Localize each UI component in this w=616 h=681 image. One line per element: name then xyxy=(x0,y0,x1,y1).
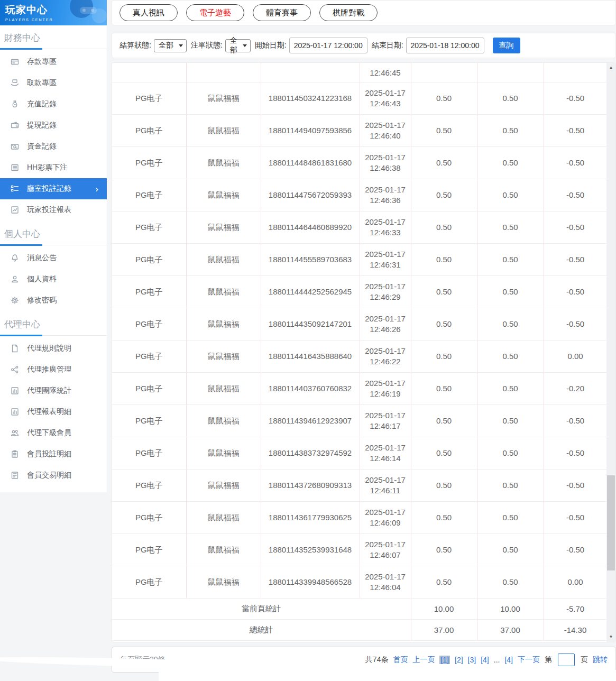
sidebar-item-label: 廳室投註記錄 xyxy=(27,184,71,194)
amount-cell: 0.50 xyxy=(411,340,477,373)
sidebar-item[interactable]: 取款專區 xyxy=(0,72,107,94)
settle-status-value: 全部 xyxy=(159,41,173,50)
bet-time-cell: 2025-01-1712:46:17 xyxy=(360,405,411,437)
provider-cell: PG电子 xyxy=(112,147,186,179)
settle-status-label: 結算狀態: xyxy=(119,41,151,50)
amount-cell: 0.50 xyxy=(477,373,544,405)
amount-cell: 0.50 xyxy=(411,566,477,599)
page-jump-input[interactable] xyxy=(558,654,575,666)
first-page-link[interactable]: 首页 xyxy=(393,655,408,665)
funds-icon xyxy=(11,142,19,151)
amount-cell: -0.50 xyxy=(544,82,607,115)
amount-cell: 0.50 xyxy=(477,437,544,470)
sidebar-item[interactable]: 玩家投注報表 xyxy=(0,199,107,220)
order-number-cell: 1880114503241223168 xyxy=(261,82,360,115)
settle-status-select[interactable]: 全部 xyxy=(154,39,187,52)
game-name-cell: 鼠鼠福福 xyxy=(186,276,261,308)
sidebar-item-label: 充值記錄 xyxy=(27,99,57,109)
prev-page-link[interactable]: 上一页 xyxy=(412,655,435,665)
summary-row: 總統計37.0037.00-14.30 xyxy=(112,620,607,641)
amount-cell: 0.50 xyxy=(411,405,477,437)
bet-time-cell: 2025-01-1712:46:09 xyxy=(360,502,411,534)
jump-prefix-label: 第 xyxy=(545,655,552,665)
wallet-icon xyxy=(11,121,19,130)
table-row: PG电子鼠鼠福福18801144442525629452025-01-1712:… xyxy=(112,276,607,308)
amount-cell: 0.50 xyxy=(477,82,544,115)
cell xyxy=(261,63,360,82)
start-date-input[interactable] xyxy=(289,38,367,53)
amount-cell: -0.50 xyxy=(544,276,607,308)
sidebar-item[interactable]: 個人資料 xyxy=(0,269,107,290)
scroll-down-arrow-icon[interactable]: ▼ xyxy=(606,633,615,641)
tab-button[interactable]: 真人視訊 xyxy=(119,4,178,21)
sidebar-item-label: 資金記錄 xyxy=(27,142,57,151)
game-name-cell: 鼠鼠福福 xyxy=(186,115,261,147)
sidebar-item[interactable]: HH彩票下注 xyxy=(0,157,107,178)
amount-cell: -0.50 xyxy=(544,405,607,437)
sidebar-item[interactable]: 會員交易明細 xyxy=(0,465,107,486)
tab-button[interactable]: 電子遊藝 xyxy=(186,4,244,21)
table-row: PG电子鼠鼠福福18801143726809093132025-01-1712:… xyxy=(112,470,607,502)
vertical-scrollbar[interactable]: ▲ ▼ xyxy=(606,63,615,642)
next-page-link[interactable]: 下一页 xyxy=(518,655,540,665)
sidebar-item[interactable]: 代理報表明細 xyxy=(0,401,107,422)
main-content: 真人視訊電子遊藝體育賽事棋牌對戰 結算狀態: 全部 注單狀態: 全部 開始日期:… xyxy=(112,0,616,673)
bell-icon xyxy=(11,254,19,262)
sidebar-item[interactable]: 資金記錄 xyxy=(0,136,107,157)
order-number-cell: 1880114435092147201 xyxy=(261,308,360,340)
app-logo: 玩家中心 PLAYERS CENTER xyxy=(0,0,107,25)
bet-time-cell: 2025-01-1712:46:07 xyxy=(360,534,411,566)
person-icon xyxy=(11,275,19,283)
scrollbar-thumb[interactable] xyxy=(607,475,615,570)
order-number-cell: 1880114455589703683 xyxy=(261,244,360,276)
search-button[interactable]: 查詢 xyxy=(493,38,520,53)
game-name-cell: 鼠鼠福福 xyxy=(186,566,261,599)
end-date-input[interactable] xyxy=(406,38,484,53)
decor-bottom xyxy=(159,670,616,681)
sidebar-item[interactable]: 會員投註明細 xyxy=(0,444,107,465)
sidebar-item[interactable]: 消息公告 xyxy=(0,247,107,269)
page-link[interactable]: [2] xyxy=(455,656,463,664)
cell xyxy=(544,63,607,82)
provider-cell: PG电子 xyxy=(112,211,186,244)
tab-button[interactable]: 體育賽事 xyxy=(253,4,311,21)
sidebar-item[interactable]: 修改密碼 xyxy=(0,290,107,311)
sidebar-item[interactable]: 充值記錄 xyxy=(0,94,107,115)
order-number-cell: 1880114416435888640 xyxy=(261,340,360,373)
jump-button[interactable]: 跳转 xyxy=(593,655,608,665)
sidebar-item[interactable]: 代理團隊統計 xyxy=(0,380,107,401)
tail-page-link[interactable]: [4] xyxy=(504,656,513,664)
sidebar-item[interactable]: 代理下級會員 xyxy=(0,422,107,444)
amount-cell: 0.50 xyxy=(411,276,477,308)
game-name-cell: 鼠鼠福福 xyxy=(186,211,261,244)
bet-records-list-icon xyxy=(11,185,19,193)
amount-cell: 0.50 xyxy=(411,82,477,115)
order-status-select[interactable]: 全部 xyxy=(225,39,251,52)
sidebar-item-label: 代理下級會員 xyxy=(27,428,71,438)
amount-cell: -0.50 xyxy=(544,534,607,566)
sidebar-item-label: 個人資料 xyxy=(27,274,57,284)
summary-amount-cell: 10.00 xyxy=(477,599,544,620)
start-date-label: 開始日期: xyxy=(255,41,287,50)
table-row-partial: 12:46:45 xyxy=(112,63,607,82)
page-link[interactable]: [4] xyxy=(481,656,489,664)
page-link[interactable]: [3] xyxy=(468,656,476,664)
amount-cell: 0.50 xyxy=(411,244,477,276)
sidebar-item-label: 存款專區 xyxy=(27,57,57,67)
order-number-cell: 1880114464460689920 xyxy=(261,211,360,244)
table-row: PG电子鼠鼠福福18801144555897036832025-01-1712:… xyxy=(112,244,607,276)
order-number-cell: 1880114444252562945 xyxy=(261,276,360,308)
summary-amount-cell: -5.70 xyxy=(544,599,607,620)
table-row: PG电子鼠鼠福福18801143399485665282025-01-1712:… xyxy=(112,566,607,599)
sidebar-item[interactable]: 存款專區 xyxy=(0,51,107,72)
scroll-up-arrow-icon[interactable]: ▲ xyxy=(606,63,615,72)
order-status-label: 注單狀態: xyxy=(191,41,223,50)
bet-records-panel: 12:46:45 PG电子鼠鼠福福18801145032412231682025… xyxy=(112,62,616,642)
sidebar-item[interactable]: 代理推廣管理 xyxy=(0,359,107,380)
tab-button[interactable]: 棋牌對戰 xyxy=(319,4,378,21)
sidebar-item[interactable]: 提現記錄 xyxy=(0,115,107,136)
game-name-cell: 鼠鼠福福 xyxy=(186,244,261,276)
sidebar-item[interactable]: 廳室投註記錄› xyxy=(0,178,107,199)
sidebar-item[interactable]: 代理規則說明 xyxy=(0,338,107,359)
page-link[interactable]: [1] xyxy=(439,656,450,664)
